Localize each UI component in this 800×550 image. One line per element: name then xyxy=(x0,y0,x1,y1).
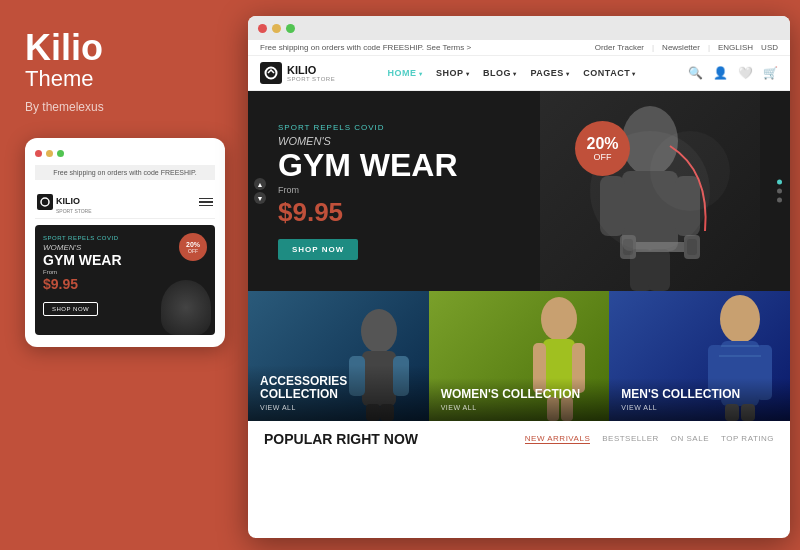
store-logo-icon xyxy=(260,62,282,84)
topbar-newsletter[interactable]: Newsletter xyxy=(662,43,700,52)
nav-item-contact[interactable]: CONTACT ▾ xyxy=(583,68,635,78)
collection-view-accessories[interactable]: VIEW ALL xyxy=(260,404,417,411)
slide-dot-2[interactable] xyxy=(777,189,782,194)
brand-subtitle: Theme xyxy=(25,66,215,92)
store-topbar: Free shipping on orders with code FREESH… xyxy=(248,40,790,56)
hero-content: SPORT REPELS COVID WOMEN'S GYM WEAR From… xyxy=(248,123,488,260)
hero-nav-down[interactable]: ▼ xyxy=(254,192,266,204)
topbar-currency[interactable]: USD xyxy=(761,43,778,52)
collection-overlay-3: MEN'S COLLECTION VIEW ALL xyxy=(609,378,790,421)
hero-slide-dots xyxy=(777,180,782,203)
tab-on-sale[interactable]: ON SALE xyxy=(671,434,709,444)
store-logo-text: KILIO SPORT STORE xyxy=(287,65,335,82)
collection-title-women: WOMEN'S COLLECTION xyxy=(441,388,598,401)
collection-overlay-2: WOMEN'S COLLECTION VIEW ALL xyxy=(429,378,610,421)
mobile-dot-green xyxy=(57,150,64,157)
nav-item-shop[interactable]: SHOP ▾ xyxy=(436,68,469,78)
left-panel: Kilio Theme By themelexus Free shipping … xyxy=(0,0,240,550)
topbar-free-shipping: Free shipping on orders with code FREESH… xyxy=(260,43,471,52)
popular-section: POPULAR RIGHT NOW NEW ARRIVALS BESTSELLE… xyxy=(248,421,790,453)
store-header-icons: 🔍 👤 🤍 🛒 xyxy=(688,66,778,80)
svg-rect-11 xyxy=(623,239,633,255)
hero-from-label: From xyxy=(278,185,458,195)
slide-dot-1[interactable] xyxy=(777,180,782,185)
mobile-dot-yellow xyxy=(46,150,53,157)
titlebar-dot-green xyxy=(286,24,295,33)
store-logo: KILIO SPORT STORE xyxy=(260,62,335,84)
collection-accessories[interactable]: ACCESSORIES COLLECTION VIEW ALL xyxy=(248,291,429,421)
dumbbell-image xyxy=(620,227,700,271)
svg-point-19 xyxy=(541,297,577,341)
collection-men[interactable]: MEN'S COLLECTION VIEW ALL xyxy=(609,291,790,421)
popular-title: POPULAR RIGHT NOW xyxy=(264,431,418,447)
svg-point-25 xyxy=(720,295,760,343)
hero-section: ▲ ▼ SPORT REPELS COVID WOMEN'S GYM WEAR … xyxy=(248,91,790,291)
mobile-hero: 20% OFF SPORT REPELS COVID WOMEN'S GYM W… xyxy=(35,225,215,335)
mobile-logo-name: KILIO xyxy=(56,196,80,206)
collections-row: ACCESSORIES COLLECTION VIEW ALL WOMEN'S … xyxy=(248,291,790,421)
store-logo-name: KILIO xyxy=(287,65,335,76)
slide-dot-3[interactable] xyxy=(777,198,782,203)
hero-badge-pct: 20% xyxy=(586,136,618,152)
tab-new-arrivals[interactable]: NEW ARRIVALS xyxy=(525,434,590,444)
mobile-banner: Free shipping on orders with code FREESH… xyxy=(35,165,215,180)
store-nav: KILIO SPORT STORE HOME ▾ SHOP ▾ BLOG ▾ P… xyxy=(248,56,790,91)
mobile-shop-now-button[interactable]: SHOP NOW xyxy=(43,302,98,316)
hero-title-women: WOMEN'S xyxy=(278,135,458,147)
cart-icon[interactable]: 🛒 xyxy=(763,66,778,80)
account-icon[interactable]: 👤 xyxy=(713,66,728,80)
titlebar-dot-red xyxy=(258,24,267,33)
mobile-hero-badge: 20% OFF xyxy=(179,233,207,261)
topbar-language[interactable]: ENGLISH xyxy=(718,43,753,52)
topbar-order-tracker[interactable]: Order Tracker xyxy=(595,43,644,52)
hero-eyebrow: SPORT REPELS COVID xyxy=(278,123,458,132)
store-menu: HOME ▾ SHOP ▾ BLOG ▾ PAGES ▾ CONTACT ▾ xyxy=(388,68,636,78)
tab-bestseller[interactable]: BESTSELLER xyxy=(602,434,659,444)
hero-circle-deco2 xyxy=(650,131,730,211)
titlebar-dot-yellow xyxy=(272,24,281,33)
mobile-dot-red xyxy=(35,150,42,157)
pages-caret: ▾ xyxy=(566,70,570,77)
search-icon[interactable]: 🔍 xyxy=(688,66,703,80)
collection-view-women[interactable]: VIEW ALL xyxy=(441,404,598,411)
hero-shop-now-button[interactable]: SHOP NOW xyxy=(278,239,358,260)
collection-title-men: MEN'S COLLECTION xyxy=(621,388,778,401)
store-logo-tagline: SPORT STORE xyxy=(287,76,335,82)
mobile-logo-text-wrap: KILIO SPORT STORE xyxy=(56,190,92,214)
hero-nav-up[interactable]: ▲ xyxy=(254,178,266,190)
desktop-title-bar xyxy=(248,16,790,40)
svg-rect-12 xyxy=(687,239,697,255)
popular-tabs: NEW ARRIVALS BESTSELLER ON SALE TOP RATI… xyxy=(525,434,774,444)
collection-women[interactable]: WOMEN'S COLLECTION VIEW ALL xyxy=(429,291,610,421)
tab-top-rating[interactable]: TOP RATING xyxy=(721,434,774,444)
collection-view-men[interactable]: VIEW ALL xyxy=(621,404,778,411)
shop-caret: ▾ xyxy=(466,70,470,77)
mobile-logo-icon xyxy=(37,194,53,210)
mobile-logo: KILIO SPORT STORE xyxy=(37,190,92,214)
mobile-hero-from: From xyxy=(43,269,207,275)
collection-overlay-1: ACCESSORIES COLLECTION VIEW ALL xyxy=(248,365,429,421)
mobile-hero-image xyxy=(161,280,211,335)
svg-point-13 xyxy=(361,309,397,353)
nav-item-blog[interactable]: BLOG ▾ xyxy=(483,68,517,78)
hamburger-icon[interactable] xyxy=(199,198,213,207)
hero-badge-off: OFF xyxy=(594,152,612,162)
mobile-header: KILIO SPORT STORE xyxy=(35,186,215,219)
hero-title-gym: GYM WEAR xyxy=(278,149,458,181)
hero-badge: 20% OFF xyxy=(575,121,630,176)
blog-caret: ▾ xyxy=(513,70,517,77)
mobile-badge-pct: 20% xyxy=(186,241,200,248)
mobile-title-bar xyxy=(35,150,215,157)
wishlist-icon[interactable]: 🤍 xyxy=(738,66,753,80)
collection-title-accessories: ACCESSORIES COLLECTION xyxy=(260,375,417,401)
mobile-mockup: Free shipping on orders with code FREESH… xyxy=(25,138,225,347)
mobile-logo-tagline: SPORT STORE xyxy=(56,208,92,214)
nav-item-home[interactable]: HOME ▾ xyxy=(388,68,423,78)
svg-rect-8 xyxy=(630,242,690,252)
mobile-badge-off: OFF xyxy=(188,248,198,254)
hero-price: $9.95 xyxy=(278,197,458,228)
nav-item-pages[interactable]: PAGES ▾ xyxy=(531,68,570,78)
brand-author: By themelexus xyxy=(25,100,215,114)
desktop-mockup: Free shipping on orders with code FREESH… xyxy=(248,16,790,538)
brand-name: Kilio xyxy=(25,30,215,66)
